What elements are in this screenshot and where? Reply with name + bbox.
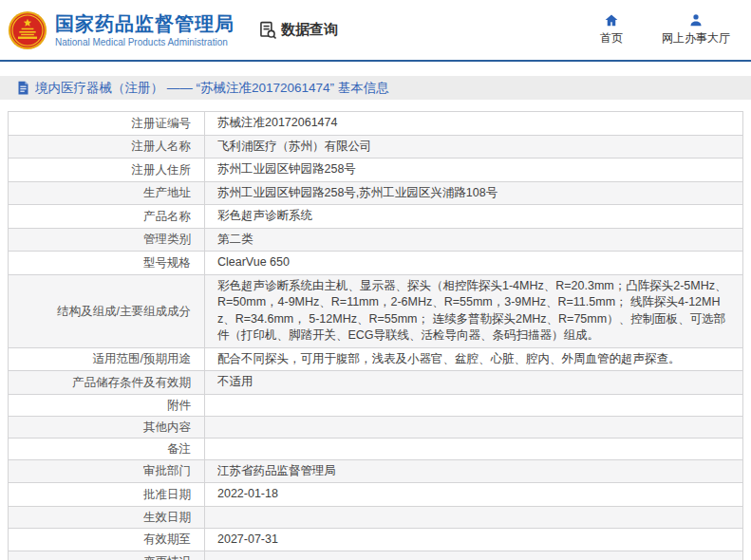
header-divider	[0, 60, 751, 62]
registration-info-table: 注册证编号苏械注准20172061474注册人名称飞利浦医疗（苏州）有限公司注册…	[8, 111, 743, 560]
row-label: 结构及组成/主要组成成分	[9, 274, 205, 347]
nav-item-label: 首页	[600, 30, 623, 47]
table-row: 附件	[9, 394, 743, 416]
row-label: 批准日期	[9, 483, 205, 507]
row-label: 变更情况	[9, 551, 205, 560]
home-icon	[604, 13, 619, 28]
row-value: 彩色超声诊断系统由主机、显示器、探头（相控阵探头1-4MHz、R=20.3mm；…	[205, 274, 743, 347]
row-value: 江苏省药品监督管理局	[205, 459, 743, 483]
header-nav: 首页 网上办事大厅	[595, 13, 730, 47]
row-label: 生效日期	[9, 506, 205, 528]
nav-item-service-hall[interactable]: 网上办事大厅	[662, 13, 730, 47]
registration-info-tbody: 注册证编号苏械注准20172061474注册人名称飞利浦医疗（苏州）有限公司注册…	[9, 112, 743, 560]
table-row: 注册人名称飞利浦医疗（苏州）有限公司	[9, 135, 743, 159]
table-row: 变更情况	[9, 551, 743, 560]
row-value: 苏州工业园区钟园路258号,苏州工业园区兴浦路108号	[205, 181, 743, 205]
table-row: 批准日期2022-01-18	[9, 483, 743, 507]
row-value: 配合不同探头，可用于腹部，浅表及小器官、盆腔、心脏、腔内、外周血管的超声探查。	[205, 347, 743, 371]
row-value	[205, 394, 743, 416]
row-label: 适用范围/预期用途	[9, 347, 205, 371]
row-label: 注册人住所	[9, 159, 205, 182]
agency-title-block: 国家药品监督管理局 National Medical Products Admi…	[55, 12, 235, 47]
table-row: 审批部门江苏省药品监督管理局	[9, 459, 743, 483]
table-row: 结构及组成/主要组成成分彩色超声诊断系统由主机、显示器、探头（相控阵探头1-4M…	[9, 274, 743, 347]
row-label: 型号规格	[9, 252, 205, 275]
row-value	[205, 438, 743, 459]
row-value: 苏械注准20172061474	[205, 112, 743, 136]
national-emblem-logo	[8, 10, 47, 50]
site-header: 国家药品监督管理局 National Medical Products Admi…	[0, 0, 751, 60]
row-value	[205, 416, 743, 438]
data-query-label: 数据查询	[281, 21, 338, 39]
row-value: ClearVue 650	[205, 252, 743, 275]
document-search-icon	[257, 20, 277, 40]
table-row: 其他内容	[9, 416, 743, 438]
table-row: 有效期至2027-07-31	[9, 528, 743, 551]
nav-item-home[interactable]: 首页	[595, 13, 628, 47]
table-row: 产品名称彩色超声诊断系统	[9, 205, 743, 229]
row-label: 审批部门	[9, 459, 205, 483]
row-label: 产品名称	[9, 205, 205, 229]
row-value: 2022-01-18	[205, 483, 743, 507]
row-label: 生产地址	[9, 181, 205, 205]
row-value: 第二类	[205, 228, 743, 252]
table-row: 产品储存条件及有效期不适用	[9, 371, 743, 395]
row-label: 附件	[9, 394, 205, 416]
table-row: 注册证编号苏械注准20172061474	[9, 112, 743, 136]
row-value: 苏州工业园区钟园路258号	[205, 159, 743, 182]
row-value: 彩色超声诊断系统	[205, 205, 743, 229]
breadcrumb-text: 境内医疗器械（注册） —— “苏械注准20172061474” 基本信息	[35, 80, 389, 97]
row-label: 产品储存条件及有效期	[9, 371, 205, 395]
row-label: 注册人名称	[9, 135, 205, 159]
table-row: 生产地址苏州工业园区钟园路258号,苏州工业园区兴浦路108号	[9, 181, 743, 205]
agency-name-cn: 国家药品监督管理局	[55, 12, 235, 35]
row-value: 飞利浦医疗（苏州）有限公司	[205, 135, 743, 159]
table-row: 备注	[9, 438, 743, 459]
row-value: 2027-07-31	[205, 528, 743, 551]
user-icon	[688, 13, 704, 28]
nav-item-label: 网上办事大厅	[662, 30, 730, 47]
row-value	[205, 551, 743, 560]
row-label: 有效期至	[9, 528, 205, 551]
row-label: 注册证编号	[9, 112, 205, 136]
table-row: 生效日期	[9, 506, 743, 528]
table-row: 型号规格ClearVue 650	[9, 252, 743, 275]
row-label: 备注	[9, 438, 205, 459]
agency-name-en: National Medical Products Administration	[55, 37, 235, 47]
table-row: 适用范围/预期用途配合不同探头，可用于腹部，浅表及小器官、盆腔、心脏、腔内、外周…	[9, 347, 743, 371]
table-row: 管理类别第二类	[9, 228, 743, 252]
document-icon	[17, 81, 29, 95]
row-label: 其他内容	[9, 416, 205, 438]
breadcrumb: 境内医疗器械（注册） —— “苏械注准20172061474” 基本信息	[0, 76, 751, 100]
row-label: 管理类别	[9, 228, 205, 252]
row-value: 不适用	[205, 371, 743, 395]
table-row: 注册人住所苏州工业园区钟园路258号	[9, 159, 743, 182]
data-query-button[interactable]: 数据查询	[257, 20, 338, 40]
row-value	[205, 506, 743, 528]
